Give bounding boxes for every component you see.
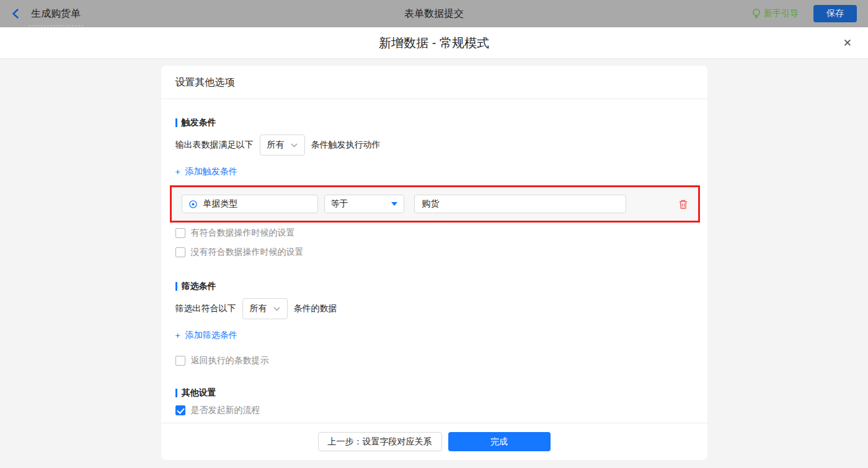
back-title: 生成购货单 — [30, 7, 82, 20]
close-icon[interactable]: ✕ — [843, 38, 852, 48]
trigger-mode-line: 输出表数据满足以下 所有 条件触发执行动作 — [175, 135, 693, 156]
filter-match-mode-select[interactable]: 所有 — [242, 298, 288, 319]
lightbulb-icon — [752, 8, 761, 19]
chevron-down-icon — [291, 143, 298, 148]
delete-condition-button[interactable] — [678, 199, 688, 210]
condition-value-text: 购货 — [422, 198, 440, 210]
condition-operator-select[interactable]: 等于 — [324, 195, 404, 213]
checkbox-checked[interactable] — [175, 405, 185, 415]
plus-icon: + — [175, 330, 180, 340]
add-filter-condition-link[interactable]: + 添加筛选条件 — [175, 330, 237, 341]
settings-card: 设置其他选项 触发条件 输出表数据满足以下 所有 条件触发执行动作 + 添加触发… — [161, 66, 707, 460]
option-new-flow-label: 是否发起新的流程 — [191, 405, 260, 416]
option-has-match-label: 有符合数据操作时候的设置 — [191, 227, 295, 239]
save-button[interactable]: 保存 — [813, 5, 857, 22]
plus-icon: + — [175, 167, 180, 177]
trigger-condition-row: 单据类型 等于 购货 — [170, 185, 700, 223]
trash-icon — [678, 199, 688, 210]
card-header: 设置其他选项 — [161, 66, 707, 99]
option-count-tip-row[interactable]: 返回执行的条数提示 — [175, 355, 269, 366]
filter-mode-line: 筛选出符合以下 所有 条件的数据 — [175, 298, 693, 319]
add-filter-condition-label: 添加筛选条件 — [185, 330, 237, 341]
condition-field-value: 单据类型 — [203, 198, 238, 210]
filter-match-mode-value: 所有 — [250, 303, 267, 314]
trigger-suffix-text: 条件触发执行动作 — [311, 139, 381, 151]
option-no-match-row[interactable]: 没有符合数据操作时候的设置 — [175, 247, 304, 258]
filter-prefix-text: 筛选出符合以下 — [175, 303, 236, 314]
other-section-label: 其他设置 — [182, 387, 216, 399]
condition-field-select[interactable]: 单据类型 — [182, 195, 318, 213]
done-button[interactable]: 完成 — [448, 432, 551, 451]
card-footer: 上一步：设置字段对应关系 完成 — [161, 423, 707, 460]
filter-section-label: 筛选条件 — [182, 281, 216, 292]
caret-down-icon — [391, 202, 397, 206]
back-nav[interactable]: 生成购货单 — [11, 7, 82, 20]
topbar: 生成购货单 表单数据提交 新手引导 保存 — [0, 0, 868, 27]
section-title-filter: 筛选条件 — [175, 281, 693, 292]
checkbox-unchecked[interactable] — [175, 356, 185, 366]
option-count-tip-label: 返回执行的条数提示 — [191, 355, 269, 366]
chevron-down-icon — [273, 307, 280, 311]
trigger-match-mode-value: 所有 — [267, 139, 285, 151]
topbar-title: 表单数据提交 — [0, 7, 868, 20]
condition-value-input[interactable]: 购货 — [414, 195, 626, 213]
option-new-flow-row[interactable]: 是否发起新的流程 — [175, 405, 260, 416]
trigger-prefix-text: 输出表数据满足以下 — [175, 139, 254, 151]
back-chevron-icon[interactable] — [11, 9, 20, 19]
beginner-guide-link[interactable]: 新手引导 — [752, 8, 799, 19]
trigger-match-mode-select[interactable]: 所有 — [260, 135, 305, 156]
section-accent-bar — [175, 282, 177, 291]
option-has-match-row[interactable]: 有符合数据操作时候的设置 — [175, 227, 295, 239]
dialog-title: 新增数据 - 常规模式 — [379, 35, 489, 51]
checkbox-unchecked[interactable] — [175, 247, 185, 257]
filter-suffix-text: 条件的数据 — [294, 303, 337, 314]
section-accent-bar — [175, 389, 177, 397]
option-no-match-label: 没有符合数据操作时候的设置 — [191, 247, 304, 258]
dialog-body: 设置其他选项 触发条件 输出表数据满足以下 所有 条件触发执行动作 + 添加触发… — [0, 59, 868, 468]
add-trigger-condition-label: 添加触发条件 — [185, 166, 237, 177]
section-title-other: 其他设置 — [175, 387, 693, 399]
condition-operator-value: 等于 — [331, 198, 348, 210]
beginner-guide-label: 新手引导 — [764, 8, 799, 19]
trigger-section-label: 触发条件 — [182, 117, 216, 128]
field-target-icon — [188, 200, 198, 209]
checkbox-unchecked[interactable] — [175, 228, 185, 238]
dialog-header: 新增数据 - 常规模式 ✕ — [0, 27, 868, 59]
section-title-trigger: 触发条件 — [175, 117, 693, 128]
section-accent-bar — [175, 118, 177, 127]
prev-step-button[interactable]: 上一步：设置字段对应关系 — [318, 432, 442, 451]
add-trigger-condition-link[interactable]: + 添加触发条件 — [175, 166, 237, 177]
